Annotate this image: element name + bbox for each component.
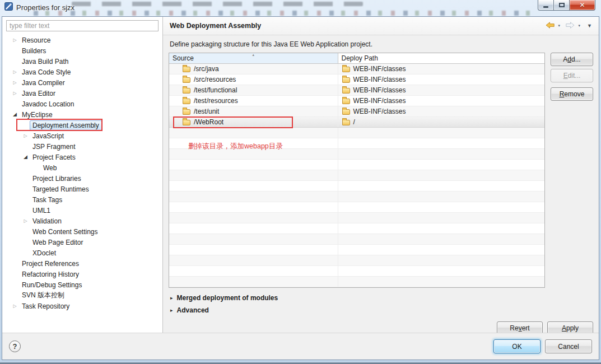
collapsed-arrow-icon[interactable]: ▷ <box>11 70 19 74</box>
filter-input[interactable] <box>6 20 159 31</box>
tree-item-javascript[interactable]: ▷JavaScript <box>6 130 159 141</box>
page-description: Define packaging structure for this Java… <box>170 40 593 48</box>
collapsed-arrow-icon[interactable]: ▷ <box>21 134 30 138</box>
tree-item-project-libraries[interactable]: Project Libraries <box>6 173 159 184</box>
empty-row <box>169 245 544 255</box>
tree-item-web-page-editor[interactable]: Web Page Editor <box>6 237 159 248</box>
tree-item-refactoring-history[interactable]: Refactoring History <box>6 269 159 279</box>
empty-row <box>169 255 544 266</box>
title-bar[interactable]: Properties for sjzx ✕ <box>0 0 601 16</box>
collapsed-arrow-icon[interactable]: ▷ <box>11 38 19 43</box>
section-advanced[interactable]: ▸Advanced <box>169 304 593 316</box>
forward-arrow-icon[interactable] <box>566 22 575 30</box>
folder-icon <box>342 88 350 94</box>
column-header-label: Deploy Path <box>342 54 378 62</box>
column-header-deploy-path[interactable]: Deploy Path <box>338 53 545 63</box>
sort-ascending-icon: ▴ <box>252 53 254 57</box>
page-header: Web Deployment Assembly ▼ ▼ ▼ <box>163 17 599 35</box>
maximize-icon <box>559 3 565 7</box>
close-button[interactable]: ✕ <box>570 0 595 11</box>
empty-row <box>169 160 544 170</box>
section-label: Advanced <box>177 306 209 314</box>
tree-item-java-compiler[interactable]: ▷Java Compiler <box>6 77 159 88</box>
tree-item-java-build-path[interactable]: Java Build Path <box>6 56 159 67</box>
tree-item-task-repository[interactable]: ▷Task Repository <box>6 301 159 311</box>
minimize-icon <box>543 6 548 8</box>
tree-item-deployment-assembly[interactable]: Deployment Assembly <box>6 120 159 130</box>
assembly-row-src-java[interactable]: /src/javaWEB-INF/classes <box>169 64 544 74</box>
section-merged-deployment-of-modules[interactable]: ▸Merged deployment of modules <box>169 292 593 304</box>
empty-row <box>169 170 544 181</box>
table-body: /src/javaWEB-INF/classes/src/resourcesWE… <box>169 64 544 287</box>
forward-history-dropdown-icon[interactable]: ▼ <box>577 24 581 27</box>
edit-button[interactable]: Edit... <box>551 69 593 82</box>
expanded-arrow-icon[interactable]: ◢ <box>21 155 30 160</box>
tree-item-java-code-style[interactable]: ▷Java Code Style <box>6 67 159 77</box>
tree-item-label: Run/Debug Settings <box>19 280 85 290</box>
tree-item-builders[interactable]: Builders <box>6 45 159 56</box>
section-collapsed-arrow-icon: ▸ <box>170 296 173 301</box>
collapsed-arrow-icon[interactable]: ▷ <box>11 91 19 96</box>
tree-item-xdoclet[interactable]: XDoclet <box>6 248 159 258</box>
ok-button[interactable]: OK <box>493 339 541 353</box>
folder-icon <box>183 120 190 125</box>
tree-item-label: Java Build Path <box>19 57 71 67</box>
deployment-assembly-table: Source ▴ Deploy Path /src/javaWEB-INF/cl… <box>169 53 545 288</box>
tree-item-java-editor[interactable]: ▷Java Editor <box>6 88 159 99</box>
column-header-source[interactable]: Source ▴ <box>169 53 338 63</box>
folder-icon <box>183 77 190 83</box>
window-title: Properties for sjzx <box>16 3 74 12</box>
tree-item-label: Validation <box>30 216 64 226</box>
maximize-button[interactable] <box>554 0 570 11</box>
view-menu-icon[interactable]: ▼ <box>587 24 592 29</box>
tree-item-web-content-settings[interactable]: Web Content Settings <box>6 226 159 237</box>
tree-item-myeclipse[interactable]: ◢MyEclipse <box>6 109 159 120</box>
expanded-arrow-icon[interactable]: ◢ <box>11 112 19 117</box>
dialog-body: ▷ResourceBuildersJava Build Path▷Java Co… <box>2 16 599 360</box>
help-icon: ? <box>13 342 17 351</box>
folder-icon <box>342 67 350 72</box>
tree-item-task-tags[interactable]: Task Tags <box>6 194 159 205</box>
remove-button[interactable]: Remove <box>551 87 593 101</box>
help-button[interactable]: ? <box>9 340 21 352</box>
minimize-button[interactable] <box>538 0 554 11</box>
tree-item-resource[interactable]: ▷Resource <box>6 35 159 45</box>
assembly-row-test-unit[interactable]: /test/unitWEB-INF/classes <box>169 106 544 117</box>
tree-item-validation[interactable]: ▷Validation <box>6 216 159 226</box>
dialog-footer: ? OK Cancel <box>2 333 599 360</box>
tree-item-label: Javadoc Location <box>19 99 77 109</box>
assembly-row-test-resources[interactable]: /test/resourcesWEB-INF/classes <box>169 96 544 106</box>
cancel-button[interactable]: Cancel <box>545 339 592 353</box>
tree-item-label: XDoclet <box>30 248 59 258</box>
cell-text: WEB-INF/classes <box>353 108 406 115</box>
tree-item-jsp-fragment[interactable]: JSP Fragment <box>6 141 159 152</box>
assembly-row-webroot[interactable]: /WebRoot/ <box>169 117 544 128</box>
tree-item-label: Deployment Assembly <box>30 120 102 130</box>
collapsed-arrow-icon[interactable]: ▷ <box>21 219 30 223</box>
collapsed-arrow-icon[interactable]: ▷ <box>11 304 19 309</box>
folder-icon <box>342 120 350 125</box>
cell-text: /WebRoot <box>194 118 223 126</box>
tree-item-targeted-runtimes[interactable]: Targeted Runtimes <box>6 184 159 194</box>
table-header-row: Source ▴ Deploy Path <box>169 53 544 64</box>
back-arrow-icon[interactable] <box>546 22 555 30</box>
tree-item-project-references[interactable]: Project References <box>6 258 159 269</box>
tree-item-run-debug-settings[interactable]: Run/Debug Settings <box>6 279 159 290</box>
assembly-row-src-resources[interactable]: /src/resourcesWEB-INF/classes <box>169 74 544 85</box>
properties-dialog-window: Properties for sjzx ✕ ▷ResourceBuildersJ… <box>0 0 601 364</box>
tree-item-uml1[interactable]: UML1 <box>6 205 159 216</box>
back-history-dropdown-icon[interactable]: ▼ <box>557 24 561 27</box>
tree-item-project-facets[interactable]: ◢Project Facets <box>6 152 159 162</box>
assembly-row-test-functional[interactable]: /test/functionalWEB-INF/classes <box>169 85 544 96</box>
folder-icon <box>183 67 190 72</box>
add-button[interactable]: Add... <box>551 53 593 66</box>
cell-text: WEB-INF/classes <box>353 97 406 105</box>
tree-item-label: Web Content Settings <box>30 227 101 237</box>
collapsed-arrow-icon[interactable]: ▷ <box>11 81 19 85</box>
close-icon: ✕ <box>579 1 585 9</box>
tree-item-web[interactable]: Web <box>6 162 159 173</box>
tree-item-javadoc-location[interactable]: Javadoc Location <box>6 99 159 109</box>
tree-item-label: JSP Fragment <box>30 142 78 152</box>
tree-item-svn-版本控制[interactable]: SVN 版本控制 <box>6 290 159 301</box>
cell-text: /src/resources <box>194 76 236 83</box>
